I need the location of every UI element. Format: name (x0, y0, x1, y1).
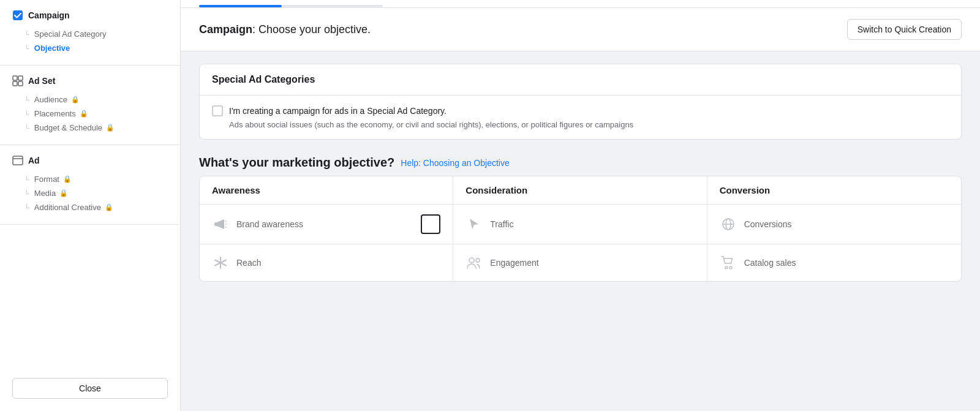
header-title-bold: Campaign (199, 23, 252, 36)
media-lock-icon: 🔒 (59, 189, 68, 197)
ad-section: Ad └ Format 🔒 └ Media 🔒 └ Additional Cre… (0, 145, 180, 225)
special-ad-checkbox-desc: Ads about social issues (such as the eco… (229, 120, 949, 129)
close-button-wrap: Close (0, 366, 180, 411)
brand-awareness-badge (421, 214, 440, 234)
page-header: Campaign: Choose your objective. Switch … (181, 8, 980, 51)
sidebar-item-budget[interactable]: └ Budget & Schedule 🔒 (12, 121, 168, 135)
format-label: Format (34, 175, 59, 184)
format-lock-icon: 🔒 (63, 175, 72, 183)
main-content: Campaign: Choose your objective. Switch … (181, 0, 980, 411)
objective-catalog-sales[interactable]: Catalog sales (707, 244, 961, 281)
tree-line-icon-2: └ (24, 45, 29, 52)
svg-point-14 (729, 266, 732, 269)
tree-icon-2: └ (24, 110, 29, 118)
progress-bar-fill (199, 5, 282, 7)
progress-bar-track (199, 5, 383, 7)
col-header-conversion: Conversion (707, 176, 961, 204)
cart-icon (720, 254, 737, 271)
people-icon (466, 254, 483, 271)
audience-lock-icon: 🔒 (71, 96, 80, 104)
svg-rect-3 (13, 81, 17, 86)
adset-section: Ad Set └ Audience 🔒 └ Placements 🔒 └ Bud… (0, 66, 180, 145)
sidebar-item-placements[interactable]: └ Placements 🔒 (12, 107, 168, 121)
reach-label: Reach (236, 258, 261, 268)
objective-row-2: Reach Engagement (200, 244, 961, 281)
audience-label: Audience (34, 95, 67, 104)
special-ad-checkbox-label[interactable]: I'm creating a campaign for ads in a Spe… (212, 105, 949, 116)
objective-conversions[interactable]: Conversions (707, 205, 961, 244)
content-area: Special Ad Categories I'm creating a cam… (181, 51, 980, 294)
campaign-title: Campaign (12, 10, 168, 21)
sidebar-item-special-ad-category[interactable]: └ Special Ad Category (12, 27, 168, 41)
svg-point-12 (476, 258, 480, 262)
col-header-awareness: Awareness (200, 176, 453, 204)
objective-brand-awareness[interactable]: Brand awareness (200, 205, 453, 244)
objective-header: What's your marketing objective? Help: C… (199, 149, 962, 176)
globe-icon (720, 216, 737, 233)
sidebar-item-format[interactable]: └ Format 🔒 (12, 172, 168, 186)
placements-lock-icon: 🔒 (80, 110, 88, 118)
adset-icon (12, 75, 23, 86)
cursor-icon (466, 216, 483, 233)
ad-label: Ad (28, 156, 40, 165)
adset-label: Ad Set (28, 76, 55, 86)
objective-help-link[interactable]: Help: Choosing an Objective (401, 158, 509, 168)
close-button[interactable]: Close (12, 378, 168, 399)
asterisk-icon (212, 254, 229, 271)
catalog-sales-label: Catalog sales (744, 258, 796, 268)
tree-line-icon: └ (24, 31, 29, 38)
tree-icon-3: └ (24, 124, 29, 132)
objectives-table: Awareness Consideration Conversion (199, 176, 962, 282)
special-ad-checkbox-text: I'm creating a campaign for ads in a Spe… (229, 106, 447, 116)
engagement-label: Engagement (490, 258, 538, 268)
page-title: Campaign: Choose your objective. (199, 23, 371, 36)
campaign-checkbox-icon (12, 10, 23, 21)
special-ad-checkbox[interactable] (212, 105, 223, 116)
special-ad-card-title: Special Ad Categories (200, 64, 961, 96)
tree-icon-4: └ (24, 176, 29, 183)
special-ad-categories-card: Special Ad Categories I'm creating a cam… (199, 64, 962, 140)
sidebar-label-objective: Objective (34, 43, 70, 53)
objective-engagement[interactable]: Engagement (453, 244, 707, 281)
col-header-consideration: Consideration (453, 176, 707, 204)
svg-point-11 (469, 258, 474, 263)
special-ad-checkbox-row: I'm creating a campaign for ads in a Spe… (212, 105, 949, 129)
traffic-label: Traffic (490, 219, 513, 229)
adset-title: Ad Set (12, 75, 168, 86)
sidebar-item-audience[interactable]: └ Audience 🔒 (12, 92, 168, 107)
sidebar-item-objective[interactable]: └ Objective (12, 41, 168, 55)
objectives-column-headers: Awareness Consideration Conversion (200, 176, 961, 205)
svg-rect-4 (18, 81, 23, 86)
tree-icon: └ (24, 96, 29, 104)
svg-rect-2 (18, 76, 23, 80)
svg-rect-5 (13, 156, 23, 165)
ad-title: Ad (12, 155, 168, 166)
additional-creative-label: Additional Creative (34, 203, 101, 212)
sidebar-label-special-ad: Special Ad Category (34, 29, 107, 39)
campaign-section: Campaign └ Special Ad Category └ Objecti… (0, 0, 180, 66)
objective-row-1: Brand awareness Traffic (200, 205, 961, 244)
conversions-label: Conversions (744, 219, 792, 229)
sidebar: Campaign └ Special Ad Category └ Objecti… (0, 0, 181, 411)
media-label: Media (34, 189, 56, 198)
switch-to-quick-creation-button[interactable]: Switch to Quick Creation (847, 19, 962, 40)
svg-rect-1 (13, 76, 17, 80)
objective-section: What's your marketing objective? Help: C… (199, 149, 962, 282)
campaign-label: Campaign (28, 10, 70, 20)
objective-section-title: What's your marketing objective? (199, 156, 394, 170)
objective-reach[interactable]: Reach (200, 244, 453, 281)
megaphone-icon (212, 216, 229, 233)
sidebar-item-media[interactable]: └ Media 🔒 (12, 186, 168, 200)
budget-label: Budget & Schedule (34, 123, 102, 132)
objective-traffic[interactable]: Traffic (453, 205, 707, 244)
tree-icon-5: └ (24, 190, 29, 197)
header-title-rest: : Choose your objective. (252, 23, 371, 36)
special-ad-card-body: I'm creating a campaign for ads in a Spe… (200, 96, 961, 139)
placements-label: Placements (34, 109, 76, 118)
budget-lock-icon: 🔒 (106, 124, 115, 132)
brand-awareness-label: Brand awareness (236, 219, 303, 229)
sidebar-item-additional-creative[interactable]: └ Additional Creative 🔒 (12, 200, 168, 214)
additional-creative-lock-icon: 🔒 (105, 203, 113, 211)
tree-icon-6: └ (24, 204, 29, 211)
progress-bar-wrap (181, 0, 980, 8)
